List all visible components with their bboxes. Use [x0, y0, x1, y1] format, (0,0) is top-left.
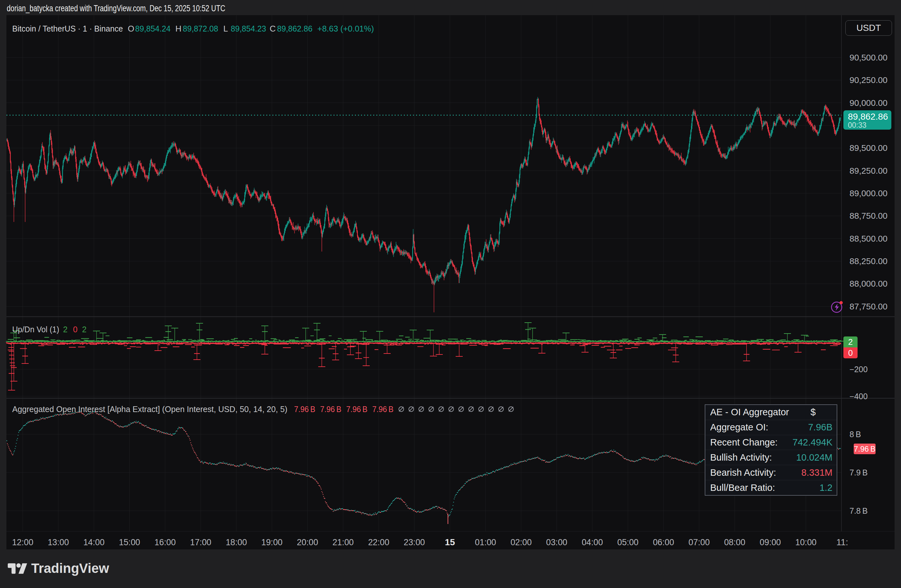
svg-text:88,000.00: 88,000.00	[850, 279, 887, 288]
svg-text:10:00: 10:00	[795, 538, 817, 547]
svg-text:09:00: 09:00	[760, 538, 781, 547]
svg-text:89,862.86: 89,862.86	[277, 24, 312, 33]
svg-text:Up/Dn Vol (1): Up/Dn Vol (1)	[12, 325, 59, 334]
svg-text:89,854.23: 89,854.23	[231, 24, 266, 33]
svg-text:89,872.08: 89,872.08	[183, 24, 218, 33]
svg-text:2: 2	[848, 337, 853, 347]
svg-text:Aggregated Open Interest [Alph: Aggregated Open Interest [Alpha Extract]…	[12, 404, 287, 414]
svg-text:7.9 B: 7.9 B	[850, 468, 868, 477]
svg-text:0: 0	[73, 325, 78, 334]
svg-text:89,250.00: 89,250.00	[850, 166, 887, 175]
svg-text:02:00: 02:00	[510, 538, 532, 547]
svg-text:90,250.00: 90,250.00	[850, 76, 887, 85]
svg-text:H: H	[175, 24, 181, 33]
svg-text:7.96 B: 7.96 B	[372, 404, 394, 414]
svg-text:87,750.00: 87,750.00	[850, 302, 887, 311]
svg-text:04:00: 04:00	[582, 538, 603, 547]
svg-text:7.96 B: 7.96 B	[320, 404, 341, 414]
svg-text:21:00: 21:00	[332, 538, 354, 547]
svg-text:89,862.86: 89,862.86	[848, 112, 888, 121]
svg-text:89,854.24: 89,854.24	[135, 24, 170, 33]
svg-text:03:00: 03:00	[546, 538, 567, 547]
svg-text:8 B: 8 B	[850, 430, 861, 439]
svg-text:01:00: 01:00	[475, 538, 496, 547]
svg-text:+8.63 (+0.01%): +8.63 (+0.01%)	[317, 24, 374, 33]
svg-text:20:00: 20:00	[297, 538, 318, 547]
svg-text:07:00: 07:00	[689, 538, 710, 547]
svg-text:05:00: 05:00	[617, 538, 638, 547]
svg-text:7.8 B: 7.8 B	[850, 506, 868, 515]
svg-text:15:00: 15:00	[119, 538, 140, 547]
svg-text:C: C	[270, 24, 276, 33]
svg-text:0: 0	[848, 348, 853, 358]
svg-text:7.96 B: 7.96 B	[346, 404, 368, 414]
svg-text:2: 2	[63, 325, 67, 334]
svg-text:08:00: 08:00	[724, 538, 745, 547]
svg-text:89,500.00: 89,500.00	[850, 143, 887, 152]
svg-text:22:00: 22:00	[368, 538, 389, 547]
svg-text:11:: 11:	[836, 537, 848, 547]
svg-text:7.96 B: 7.96 B	[294, 404, 315, 414]
svg-text:88,250.00: 88,250.00	[850, 257, 887, 266]
svg-text:23:00: 23:00	[404, 538, 425, 547]
svg-text:13:00: 13:00	[48, 538, 69, 547]
svg-text:2: 2	[82, 325, 87, 334]
svg-text:−400: −400	[850, 392, 868, 401]
svg-text:L: L	[223, 24, 228, 33]
svg-text:O: O	[128, 24, 134, 33]
svg-text:88,750.00: 88,750.00	[850, 212, 887, 220]
svg-text:90,000.00: 90,000.00	[850, 98, 887, 107]
svg-text:Bitcoin / TetherUS · 1 · Binan: Bitcoin / TetherUS · 1 · Binance	[12, 24, 123, 33]
svg-text:7.96 B: 7.96 B	[854, 445, 876, 453]
svg-text:19:00: 19:00	[261, 538, 282, 547]
svg-text:88,500.00: 88,500.00	[850, 234, 887, 243]
svg-text:00:33: 00:33	[848, 121, 867, 129]
svg-text:−200: −200	[850, 365, 868, 374]
svg-text:15: 15	[445, 537, 455, 547]
svg-text:18:00: 18:00	[226, 538, 247, 547]
svg-text:dorian_batycka created with Tr: dorian_batycka created with TradingView.…	[7, 3, 225, 13]
svg-text:12:00: 12:00	[12, 538, 33, 547]
svg-text:14:00: 14:00	[83, 538, 104, 547]
svg-text:16:00: 16:00	[154, 538, 176, 547]
svg-text:90,500.00: 90,500.00	[850, 53, 887, 62]
svg-text:06:00: 06:00	[653, 538, 674, 547]
svg-text:TradingView: TradingView	[31, 560, 109, 576]
svg-text:17:00: 17:00	[190, 538, 211, 547]
svg-text:89,000.00: 89,000.00	[850, 189, 887, 198]
